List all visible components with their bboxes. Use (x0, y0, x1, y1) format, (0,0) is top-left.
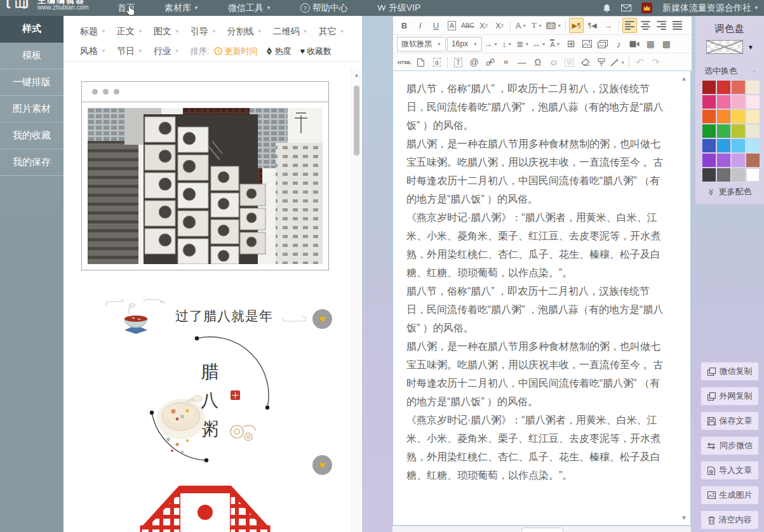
sort-by-favorites[interactable]: ♥ 收藏数 (300, 46, 332, 57)
insert-link-button[interactable] (483, 55, 497, 70)
filter-body-text[interactable]: 正文▼ (117, 26, 143, 37)
template-circle-porridge[interactable]: 腊 八 粥 (130, 330, 289, 475)
color-swatch[interactable] (702, 168, 716, 182)
user-avatar[interactable] (641, 3, 652, 13)
scroll-up-icon[interactable]: ▲ (681, 75, 687, 82)
color-swatch[interactable] (732, 95, 745, 109)
eraser-button[interactable] (578, 55, 593, 70)
align-right-button[interactable] (654, 18, 669, 33)
import-word-button[interactable]: W (562, 55, 577, 70)
ltr-paragraph-button[interactable]: ▶¶ (569, 18, 584, 33)
change-selected-color[interactable]: 选中换色 ▼ (704, 65, 756, 77)
paragraph[interactable]: 腊八粥，是一种在腊八节用多种食材熬制的粥，也叫做七宝五味粥。吃腊八粥，用以庆祝丰… (406, 337, 669, 411)
color-swatch[interactable] (746, 110, 760, 123)
color-swatch[interactable] (732, 154, 745, 167)
resize-handle[interactable] (521, 528, 563, 532)
template-card-photo[interactable] (81, 81, 329, 270)
site-logo[interactable]: 〘山〙 主编编辑器 www.zhubian.com (5, 0, 89, 11)
favorite-heart-button[interactable]: ♥ (312, 309, 332, 329)
horizontal-rule-button[interactable]: — (514, 55, 529, 70)
save-article-button[interactable]: 保存文章 (700, 411, 759, 430)
color-swatch[interactable] (746, 168, 760, 182)
filter-other[interactable]: 其它▼ (319, 26, 345, 37)
text-background-button[interactable]: T▼ (530, 18, 544, 33)
highlight-button[interactable]: ab▼ (546, 18, 562, 33)
superscript-button[interactable]: X2 (476, 18, 491, 33)
filter-industry[interactable]: 行业▼ (154, 46, 180, 57)
rtl-paragraph-button[interactable]: ¶◀ (585, 18, 600, 33)
align-left-button[interactable] (622, 18, 637, 33)
color-swatch[interactable] (732, 124, 745, 138)
insert-qrcode-button[interactable]: ▩ (659, 36, 674, 51)
paragraph[interactable]: 腊八节，俗称“腊八” ，即农历十二月初八，汉族传统节日，民间流传着吃“腊八粥” … (406, 282, 669, 337)
nav-upgrade-vip[interactable]: 升级VIP (377, 3, 421, 14)
bell-icon[interactable] (603, 4, 611, 13)
insert-image-button[interactable] (580, 36, 594, 51)
paragraph[interactable]: 《燕京岁时记·腊八粥》：“腊八粥者，用黄米、白米、江米、小米、菱角米、栗子、红江… (406, 208, 669, 282)
generate-image-button[interactable]: 生成图片 (700, 486, 759, 505)
font-size-select[interactable]: 16px▼ (447, 37, 482, 51)
wechat-copy-button[interactable]: 微信复制 (700, 362, 759, 381)
favorite-heart-button[interactable]: ♥ (312, 455, 332, 475)
color-swatch[interactable] (746, 95, 760, 109)
color-swatch[interactable] (717, 168, 730, 182)
sidebar-item-my-favorites[interactable]: 我的收藏 (0, 123, 64, 149)
filter-divider[interactable]: 分割线▼ (227, 26, 262, 37)
strikethrough-button[interactable]: ABC (460, 18, 475, 33)
text-screenshot-button[interactable]: T (451, 55, 466, 70)
nav-material-library[interactable]: 素材库▼ (164, 3, 199, 14)
font-family-select[interactable]: 微软雅黑▼ (397, 37, 446, 51)
color-swatch[interactable] (746, 81, 760, 94)
bold-button[interactable]: B (397, 18, 412, 33)
line-height-button[interactable]: ↕▼ (500, 36, 514, 51)
scrollbar-thumb[interactable] (354, 86, 359, 156)
italic-button[interactable]: I (413, 18, 427, 33)
sidebar-item-styles[interactable]: 样式 (0, 16, 64, 43)
sidebar-item-one-click-layout[interactable]: 一键排版 (0, 69, 64, 96)
insert-music-button[interactable]: ♪ (612, 36, 626, 51)
user-menu[interactable]: 新媒体流量资源合作社▼ (662, 3, 759, 14)
emoji-button[interactable]: ☺ (546, 55, 561, 70)
mail-icon[interactable] (621, 4, 631, 11)
letter-spacing-button[interactable]: ↔▼ (532, 36, 547, 51)
color-swatch[interactable] (746, 154, 760, 167)
more-colors-button[interactable]: ≫ 更多配色 (695, 186, 764, 197)
scroll-up-icon[interactable]: ▲ (354, 72, 359, 78)
paragraph[interactable]: 《燕京岁时记·腊八粥》：“腊八粥者，用黄米、白米、江米、小米、菱角米、栗子、红江… (406, 411, 669, 484)
format-brush-button[interactable] (594, 55, 608, 70)
paragraph[interactable]: 腊八粥，是一种在腊八节用多种食材熬制的粥，也叫做七宝五味粥。吃腊八粥，用以庆祝丰… (406, 135, 669, 208)
text-border-button[interactable]: A (445, 18, 459, 33)
color-swatch[interactable] (732, 139, 745, 152)
align-justify-button[interactable] (670, 18, 685, 33)
color-swatch[interactable] (717, 124, 730, 138)
sidebar-item-image-material[interactable]: 图片素材 (0, 96, 64, 123)
at-search-button[interactable]: @ (467, 55, 481, 70)
indent-select-button[interactable]: →▼ (483, 36, 499, 51)
color-swatch[interactable] (732, 110, 745, 123)
subscript-button[interactable]: X2 (492, 18, 507, 33)
color-swatch[interactable] (717, 81, 730, 94)
clear-content-button[interactable]: 清空内容 (700, 510, 759, 529)
underline-button[interactable]: U (429, 18, 443, 33)
color-swatch[interactable] (702, 81, 716, 94)
color-swatch[interactable] (702, 95, 716, 109)
color-swatch[interactable] (717, 139, 730, 152)
nav-wechat-tools[interactable]: 微信工具▼ (228, 3, 271, 14)
color-swatch[interactable] (702, 124, 716, 138)
redo-button[interactable]: ↷ (648, 55, 663, 70)
insert-video-button[interactable] (627, 36, 642, 51)
new-page-button[interactable] (413, 55, 428, 70)
color-swatch[interactable] (717, 154, 730, 167)
color-swatch[interactable] (702, 110, 716, 123)
color-swatch[interactable] (702, 139, 716, 152)
special-char-button[interactable]: Ω (530, 55, 545, 70)
external-copy-button[interactable]: 外网复制 (700, 387, 759, 406)
font-color-button[interactable]: A▼ (514, 18, 528, 33)
color-swatch[interactable] (746, 139, 760, 152)
magic-wand-button[interactable]: ▼ (610, 55, 626, 70)
color-swatch[interactable] (732, 168, 745, 182)
sort-by-heat[interactable]: 热度 (266, 46, 291, 57)
nav-help-center[interactable]: ?帮助中心 (300, 3, 348, 14)
insert-map-button[interactable]: ▦ (643, 36, 658, 51)
sort-by-update-time[interactable]: 更新时间 (214, 46, 257, 57)
